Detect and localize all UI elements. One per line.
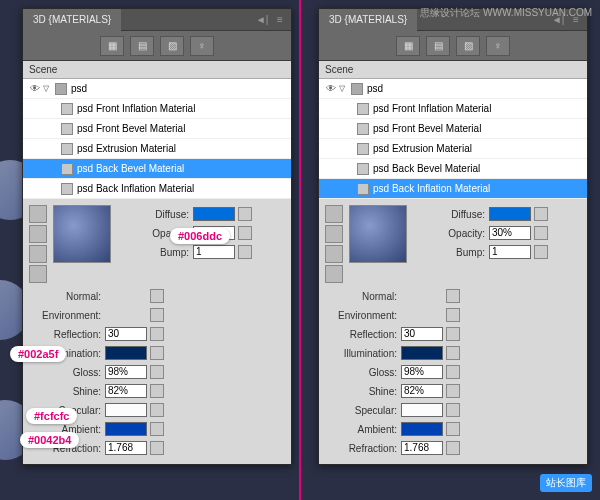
property-label: Bump: xyxy=(413,247,489,258)
scene-header: Scene xyxy=(319,61,587,79)
visibility-toggle[interactable]: 👁 xyxy=(27,83,43,94)
texture-picker-icon[interactable] xyxy=(446,308,460,322)
tree-material-row[interactable]: psd Front Inflation Material xyxy=(23,99,291,119)
material-preview[interactable] xyxy=(53,205,111,263)
texture-picker-icon[interactable] xyxy=(150,346,164,360)
value-input[interactable]: 82% xyxy=(105,384,147,398)
tree-material-row[interactable]: psd Front Bevel Material xyxy=(319,119,587,139)
tree-material-row[interactable]: psd Extrusion Material xyxy=(23,139,291,159)
value-input[interactable]: 30 xyxy=(105,327,147,341)
texture-picker-icon[interactable] xyxy=(238,245,252,259)
texture-picker-icon[interactable] xyxy=(150,403,164,417)
material-tool-button[interactable] xyxy=(29,265,47,283)
filter-scene-button[interactable]: ▦ xyxy=(100,36,124,56)
texture-picker-icon[interactable] xyxy=(446,403,460,417)
property-label: Illumination: xyxy=(325,348,401,359)
color-swatch[interactable] xyxy=(489,207,531,221)
filter-lights-button[interactable]: ♀ xyxy=(190,36,214,56)
panel-toolbar: ▦ ▤ ▨ ♀ xyxy=(319,31,587,61)
expand-icon[interactable]: ▽ xyxy=(43,84,49,93)
color-swatch[interactable] xyxy=(193,207,235,221)
texture-picker-icon[interactable] xyxy=(238,207,252,221)
panel-tab[interactable]: 3D {MATERIALS} xyxy=(319,9,417,31)
texture-picker-icon[interactable] xyxy=(534,226,548,240)
collapse-icon[interactable]: ◄| xyxy=(255,13,269,27)
texture-picker-icon[interactable] xyxy=(150,327,164,341)
menu-icon[interactable]: ≡ xyxy=(273,13,287,27)
filter-mesh-button[interactable]: ▤ xyxy=(426,36,450,56)
property-label: Gloss: xyxy=(325,367,401,378)
texture-picker-icon[interactable] xyxy=(446,346,460,360)
value-input[interactable]: 1 xyxy=(193,245,235,259)
tree-material-row[interactable]: psd Back Bevel Material xyxy=(319,159,587,179)
texture-picker-icon[interactable] xyxy=(238,226,252,240)
material-swatch-icon xyxy=(357,183,369,195)
value-input[interactable]: 98% xyxy=(105,365,147,379)
color-swatch[interactable] xyxy=(401,422,443,436)
filter-materials-button[interactable]: ▨ xyxy=(456,36,480,56)
value-input[interactable]: 30 xyxy=(401,327,443,341)
texture-picker-icon[interactable] xyxy=(150,441,164,455)
filter-lights-button[interactable]: ♀ xyxy=(486,36,510,56)
texture-picker-icon[interactable] xyxy=(150,384,164,398)
value-input[interactable]: 1.768 xyxy=(105,441,147,455)
color-swatch[interactable] xyxy=(105,403,147,417)
tree-item-label: psd Front Bevel Material xyxy=(77,123,185,134)
value-input[interactable]: 98% xyxy=(401,365,443,379)
filter-scene-button[interactable]: ▦ xyxy=(396,36,420,56)
texture-picker-icon[interactable] xyxy=(446,365,460,379)
color-swatch[interactable] xyxy=(105,346,147,360)
texture-picker-icon[interactable] xyxy=(446,327,460,341)
tree-material-row[interactable]: psd Extrusion Material xyxy=(319,139,587,159)
tree-material-row[interactable]: psd Front Bevel Material xyxy=(23,119,291,139)
property-label: Reflection: xyxy=(29,329,105,340)
tree-material-row[interactable]: psd Back Bevel Material xyxy=(23,159,291,179)
texture-picker-icon[interactable] xyxy=(534,207,548,221)
texture-picker-icon[interactable] xyxy=(150,308,164,322)
tree-item-label: psd Back Bevel Material xyxy=(373,163,480,174)
material-tool-button[interactable] xyxy=(325,245,343,263)
filter-mesh-button[interactable]: ▤ xyxy=(130,36,154,56)
tree-material-row[interactable]: psd Front Inflation Material xyxy=(319,99,587,119)
material-tool-button[interactable] xyxy=(29,245,47,263)
tree-item-label: psd xyxy=(71,83,87,94)
panel-tab[interactable]: 3D {MATERIALS} xyxy=(23,9,121,31)
property-label: Normal: xyxy=(325,291,401,302)
visibility-toggle[interactable]: 👁 xyxy=(323,83,339,94)
texture-picker-icon[interactable] xyxy=(446,422,460,436)
material-tool-button[interactable] xyxy=(325,265,343,283)
texture-picker-icon[interactable] xyxy=(446,384,460,398)
value-input[interactable]: 1.768 xyxy=(401,441,443,455)
property-label: Shine: xyxy=(325,386,401,397)
divider-line xyxy=(299,0,301,500)
material-tool-button[interactable] xyxy=(325,225,343,243)
material-swatch-icon xyxy=(61,143,73,155)
tree-item-label: psd Back Inflation Material xyxy=(373,183,490,194)
material-swatch-icon xyxy=(357,163,369,175)
texture-picker-icon[interactable] xyxy=(150,289,164,303)
expand-icon[interactable]: ▽ xyxy=(339,84,345,93)
color-swatch[interactable] xyxy=(105,422,147,436)
property-label: Refraction: xyxy=(325,443,401,454)
texture-picker-icon[interactable] xyxy=(446,441,460,455)
color-swatch[interactable] xyxy=(401,403,443,417)
value-input[interactable]: 30% xyxy=(489,226,531,240)
material-tool-button[interactable] xyxy=(29,225,47,243)
texture-picker-icon[interactable] xyxy=(446,289,460,303)
tree-material-row[interactable]: psd Back Inflation Material xyxy=(319,179,587,199)
property-row: Gloss:98% xyxy=(29,363,285,381)
material-tool-button[interactable] xyxy=(325,205,343,223)
texture-picker-icon[interactable] xyxy=(534,245,548,259)
material-tool-button[interactable] xyxy=(29,205,47,223)
tree-root-row[interactable]: 👁▽psd xyxy=(23,79,291,99)
material-preview[interactable] xyxy=(349,205,407,263)
filter-materials-button[interactable]: ▨ xyxy=(160,36,184,56)
color-swatch[interactable] xyxy=(401,346,443,360)
texture-picker-icon[interactable] xyxy=(150,365,164,379)
value-input[interactable]: 1 xyxy=(489,245,531,259)
texture-picker-icon[interactable] xyxy=(150,422,164,436)
annotation-illumination: #002a5f xyxy=(10,346,66,362)
tree-material-row[interactable]: psd Back Inflation Material xyxy=(23,179,291,199)
value-input[interactable]: 82% xyxy=(401,384,443,398)
tree-root-row[interactable]: 👁▽psd xyxy=(319,79,587,99)
